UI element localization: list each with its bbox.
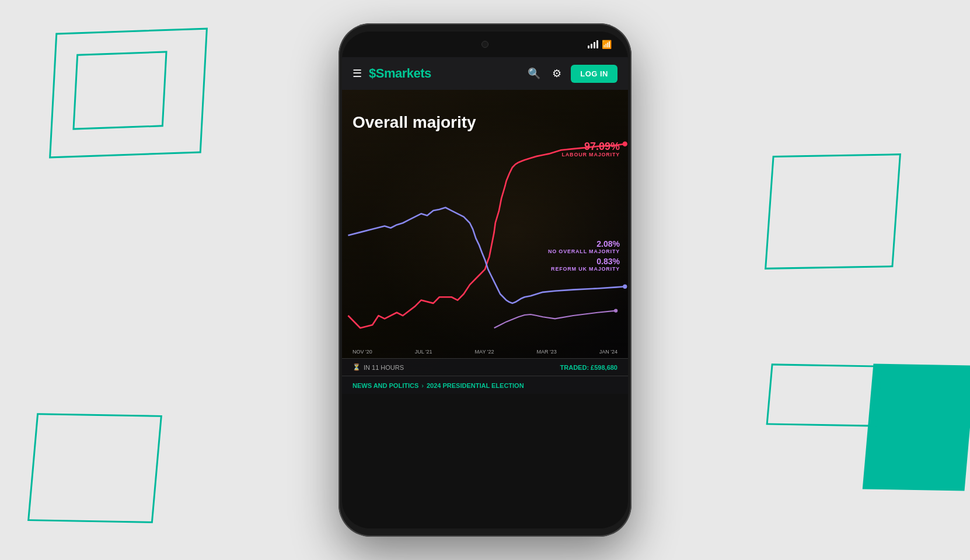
footer-traded: TRADED: £598,680 — [560, 364, 617, 371]
time-text: IN 11 HOURS — [364, 364, 404, 371]
logo-text: Smarkets — [376, 66, 431, 80]
labour-label: LABOUR MAJORITY — [548, 152, 620, 158]
chart-card-1: NEWS AND POLITICS › NEXT GENERAL ELECTIO… — [342, 90, 628, 376]
signal-bar-3 — [594, 42, 595, 48]
breadcrumb-sep-2: › — [421, 382, 424, 389]
search-icon[interactable]: 🔍 — [525, 65, 543, 82]
x-label-4: JAN '24 — [599, 349, 617, 355]
labour-pct: 97.09% — [548, 141, 620, 152]
signal-bar-1 — [588, 46, 589, 48]
chart-labels: 97.09% LABOUR MAJORITY 2.08% NO OVERALL … — [548, 141, 620, 272]
hamburger-icon[interactable]: ☰ — [353, 67, 362, 80]
chart-title-1: Overall majority — [353, 113, 617, 132]
nav-bar: ☰ $Smarkets 🔍 ⚙ LOG IN — [342, 57, 628, 90]
x-label-1: JUL '21 — [415, 349, 432, 355]
front-camera — [481, 41, 489, 48]
nom-dot — [623, 285, 627, 289]
app-content: ☰ $Smarkets 🔍 ⚙ LOG IN — [342, 57, 628, 528]
breadcrumb-2: NEWS AND POLITICS › 2024 PRESIDENTIAL EL… — [353, 382, 617, 389]
chart-svg-area: 97.09% LABOUR MAJORITY 2.08% NO OVERALL … — [342, 136, 628, 346]
bg-shape-tr — [765, 153, 901, 270]
logo-prefix: $ — [369, 66, 376, 80]
x-axis: NOV '20 JUL '21 MAY '22 MAR '23 JAN '24 — [342, 346, 628, 358]
signal-icon — [588, 40, 598, 48]
reform-pct: 0.83% — [548, 257, 620, 266]
signal-bar-2 — [591, 44, 592, 48]
app-logo: $Smarkets — [369, 66, 518, 81]
card-footer-1: ⏳ IN 11 HOURS TRADED: £598,680 — [342, 358, 628, 376]
bg-shape-bl — [27, 413, 162, 523]
chart-content-1: Overall majority — [342, 106, 628, 132]
labour-dot — [623, 141, 627, 146]
bg-shape-tl-inner — [72, 51, 167, 130]
x-label-3: MAR '23 — [537, 349, 557, 355]
phone-frame: 📶 ☰ $Smarkets 🔍 ⚙ LOG IN — [339, 23, 631, 537]
x-label-0: NOV '20 — [353, 349, 372, 355]
bg-shape-br-outline — [766, 363, 882, 426]
traded-value: £598,680 — [591, 364, 617, 371]
wifi-icon: 📶 — [602, 40, 612, 49]
login-button[interactable]: LOG IN — [571, 65, 617, 83]
reform-label: REFORM UK MAJORITY — [548, 266, 620, 272]
nom-label: NO OVERALL MAJORITY — [548, 249, 620, 254]
settings-icon[interactable]: ⚙ — [550, 65, 564, 82]
scroll-content: NEWS AND POLITICS › NEXT GENERAL ELECTIO… — [342, 90, 628, 528]
phone-device: 📶 ☰ $Smarkets 🔍 ⚙ LOG IN — [339, 23, 631, 537]
traded-label: TRADED: — [560, 364, 589, 371]
nom-pct: 2.08% — [548, 239, 620, 249]
status-bar: 📶 — [342, 32, 628, 57]
status-icons: 📶 — [588, 40, 612, 49]
breadcrumb-link-2[interactable]: NEWS AND POLITICS — [353, 382, 418, 389]
reform-dot — [614, 309, 617, 312]
breadcrumb-current-2: 2024 PRESIDENTIAL ELECTION — [427, 382, 524, 389]
x-label-2: MAY '22 — [475, 349, 494, 355]
footer-time: ⏳ IN 11 HOURS — [353, 363, 404, 371]
reform-line — [494, 311, 616, 328]
clock-icon: ⏳ — [353, 363, 361, 371]
chart-card-2: NEWS AND POLITICS › 2024 PRESIDENTIAL EL… — [342, 376, 628, 394]
signal-bar-4 — [596, 40, 598, 48]
phone-screen: 📶 ☰ $Smarkets 🔍 ⚙ LOG IN — [342, 32, 628, 528]
